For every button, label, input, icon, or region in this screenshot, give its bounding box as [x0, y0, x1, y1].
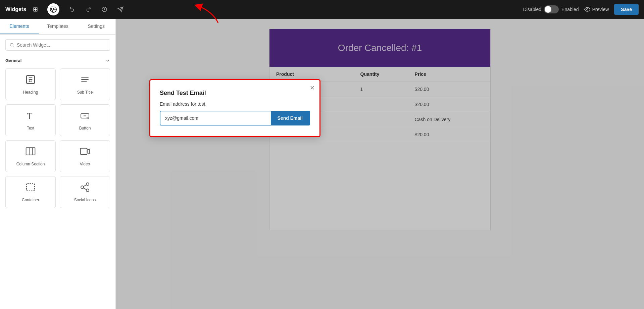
- redo-button[interactable]: [82, 3, 94, 15]
- svg-point-6: [10, 43, 13, 46]
- widget-video-label: Video: [80, 162, 90, 166]
- send-email-button[interactable]: Send Email: [271, 111, 309, 125]
- widget-social-icons[interactable]: Social Icons: [60, 176, 110, 208]
- subtitle-icon: [80, 74, 90, 87]
- modal-close-button[interactable]: ✕: [310, 85, 315, 91]
- preview-button[interactable]: Preview: [584, 6, 609, 12]
- widget-text-label: Text: [27, 126, 34, 131]
- widget-subtitle[interactable]: Sub Title: [60, 68, 110, 100]
- widget-button-label: Button: [79, 126, 91, 131]
- svg-rect-22: [81, 148, 87, 155]
- modal-overlay: ✕ Send Test Email Email address for test…: [116, 19, 644, 309]
- widget-button[interactable]: Button: [60, 104, 110, 136]
- canvas-area: Order Cancelled: #1 Product Quantity Pri…: [116, 19, 644, 309]
- widget-heading-label: Heading: [23, 90, 38, 95]
- column-section-icon: [25, 146, 36, 159]
- search-box[interactable]: [5, 39, 110, 51]
- svg-marker-23: [87, 149, 90, 153]
- tab-templates[interactable]: Templates: [39, 19, 77, 34]
- svg-line-28: [83, 188, 86, 190]
- toggle-thumb: [545, 6, 551, 13]
- save-button[interactable]: Save: [614, 4, 639, 15]
- main-layout: Elements Templates Settings General T↕: [0, 19, 644, 309]
- general-section-header: General: [0, 55, 115, 66]
- svg-point-26: [81, 186, 84, 189]
- widget-container[interactable]: Container: [5, 176, 56, 208]
- toggle-switch[interactable]: [544, 5, 559, 13]
- widget-column-section[interactable]: Column Section: [5, 140, 56, 172]
- social-icons-icon: [80, 182, 90, 195]
- sidebar-tabs: Elements Templates Settings: [0, 19, 115, 35]
- topbar-right: Disabled Enabled Preview Save: [523, 4, 639, 15]
- widget-heading[interactable]: T↕ Heading: [5, 68, 56, 100]
- history-button[interactable]: [98, 3, 110, 15]
- general-label: General: [5, 58, 21, 63]
- svg-line-7: [13, 46, 13, 47]
- widget-text[interactable]: T Text: [5, 104, 56, 136]
- video-icon: [80, 146, 90, 159]
- svg-rect-19: [26, 148, 35, 155]
- svg-rect-24: [27, 184, 35, 191]
- svg-point-25: [86, 183, 89, 186]
- modal-input-row: Send Email: [160, 111, 310, 125]
- tab-elements[interactable]: Elements: [0, 19, 39, 34]
- svg-text:T↕: T↕: [28, 78, 33, 83]
- widget-column-section-label: Column Section: [16, 162, 45, 166]
- sidebar: Elements Templates Settings General T↕: [0, 19, 116, 309]
- svg-point-4: [586, 9, 588, 10]
- widget-subtitle-label: Sub Title: [77, 90, 93, 95]
- search-icon: [10, 43, 14, 47]
- wordpress-icon[interactable]: [47, 3, 59, 15]
- svg-line-29: [83, 185, 86, 187]
- modal-label: Email address for test.: [160, 101, 310, 107]
- grid-icon[interactable]: ⊞: [33, 6, 38, 13]
- undo-button[interactable]: [66, 3, 78, 15]
- container-icon: [25, 182, 36, 195]
- chevron-down-icon: [105, 58, 110, 63]
- disabled-label: Disabled: [523, 7, 541, 12]
- modal-email-input[interactable]: [160, 111, 271, 125]
- disabled-enabled-toggle: Disabled Enabled: [523, 5, 579, 13]
- enabled-label: Enabled: [561, 7, 579, 12]
- widgets-grid: T↕ Heading Sub Title T Text: [0, 66, 115, 213]
- preview-label: Preview: [592, 7, 609, 12]
- svg-point-27: [86, 189, 89, 192]
- widget-video[interactable]: Video: [60, 140, 110, 172]
- button-icon: [80, 110, 90, 123]
- topbar: Widgets ⊞ Disabled Enabled Preview Save: [0, 0, 644, 19]
- send-test-email-button[interactable]: [114, 3, 127, 15]
- svg-text:T: T: [27, 111, 32, 121]
- modal-title: Send Test Email: [160, 90, 310, 97]
- text-icon: T: [25, 110, 36, 123]
- heading-icon: T↕: [25, 74, 36, 87]
- app-title: Widgets: [5, 6, 26, 12]
- tab-settings[interactable]: Settings: [77, 19, 115, 34]
- widget-container-label: Container: [22, 198, 39, 202]
- widget-social-icons-label: Social Icons: [74, 198, 96, 202]
- search-input[interactable]: [17, 42, 106, 48]
- send-test-email-modal: ✕ Send Test Email Email address for test…: [149, 79, 320, 137]
